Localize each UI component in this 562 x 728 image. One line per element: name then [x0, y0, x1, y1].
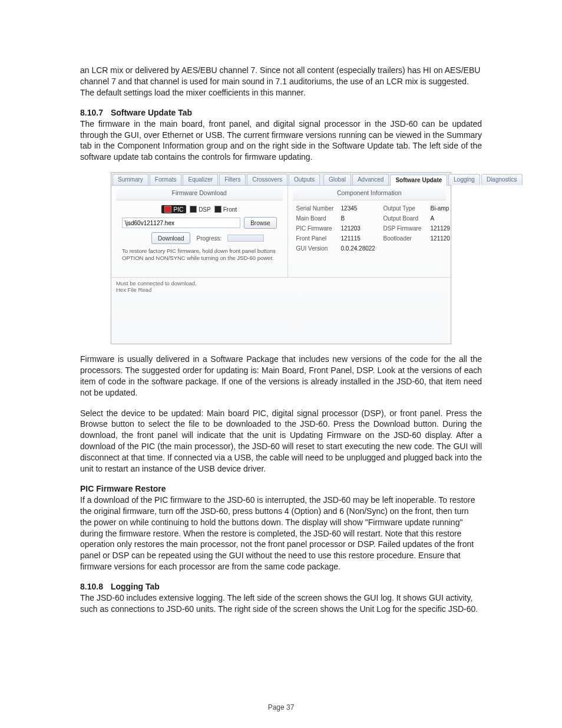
page-number: Page 37 — [0, 703, 562, 711]
value-main-board: B — [341, 215, 380, 222]
front-swatch-icon — [214, 206, 222, 213]
progress-label: Progress: — [196, 235, 222, 242]
chip-pic[interactable]: PIC — [161, 205, 186, 213]
panel-row: Firmware Download PIC DSP Front — [111, 186, 451, 277]
label-gui-version: GUI Version — [296, 245, 338, 252]
label-bootloader: Bootloader — [384, 235, 427, 242]
status-line-1: Must be connected to download. — [116, 280, 446, 286]
value-gui-version: 0.0.24.28022 — [341, 245, 380, 252]
download-row: Download Progress: — [151, 232, 277, 244]
file-path-input[interactable] — [122, 218, 240, 228]
section-title: Logging Tab — [111, 582, 160, 591]
value-output-board: A — [431, 215, 460, 222]
status-line-2: Hex File Read — [116, 286, 446, 293]
pic-swatch-icon — [164, 206, 171, 213]
paragraph-pic-restore: If a download of the PIC firmware to the… — [80, 495, 482, 572]
progress-bar — [227, 235, 264, 242]
tab-outputs[interactable]: Outputs — [289, 174, 320, 185]
tab-filters[interactable]: Filters — [219, 174, 246, 185]
section-8-10-8-paragraph: The JSD-60 includes extensive logging. T… — [80, 592, 482, 615]
component-info-title: Component Information — [293, 188, 446, 200]
tab-formats[interactable]: Formats — [150, 174, 182, 185]
component-info-panel: Component Information Serial Number 1234… — [288, 186, 451, 277]
label-front-panel: Front Panel — [296, 235, 338, 242]
tab-diagnostics[interactable]: Diagnostics — [481, 174, 523, 185]
value-bootloader: 121120 — [431, 235, 460, 242]
section-title: Software Update Tab — [111, 108, 192, 117]
browse-button[interactable]: Browse — [244, 217, 276, 229]
chip-front[interactable]: Front — [214, 205, 237, 213]
tab-software-update[interactable]: Software Update — [390, 174, 447, 186]
paragraph-firmware-delivery: Firmware is usually delivered in a Softw… — [80, 354, 482, 398]
label-main-board: Main Board — [296, 215, 338, 222]
section-number: 8.10.8 — [80, 582, 108, 591]
tab-advanced[interactable]: Advanced — [352, 174, 389, 185]
chip-front-label: Front — [223, 206, 237, 213]
label-dsp-firmware: DSP Firmware — [384, 225, 427, 232]
label-output-board: Output Board — [384, 215, 427, 222]
tab-crossovers[interactable]: Crossovers — [247, 174, 287, 185]
tab-global[interactable]: Global — [323, 174, 351, 185]
download-button[interactable]: Download — [151, 232, 190, 244]
chip-dsp-label: DSP — [199, 206, 211, 213]
document-page: an LCR mix or delivered by AES/EBU chann… — [0, 0, 562, 728]
component-info-grid: Serial Number 12345 Output Type Bi-amp M… — [296, 205, 442, 252]
value-serial-number: 12345 — [341, 205, 380, 212]
label-output-type: Output Type — [384, 205, 427, 212]
value-front-panel: 121115 — [341, 235, 380, 242]
chip-dsp[interactable]: DSP — [190, 205, 211, 213]
value-output-type: Bi-amp — [431, 205, 460, 212]
tab-equalizer[interactable]: Equalizer — [183, 174, 218, 185]
section-heading-8-10-7: 8.10.7 Software Update Tab — [80, 108, 482, 117]
intro-paragraph: an LCR mix or delivered by AES/EBU chann… — [80, 65, 482, 98]
firmware-download-panel: Firmware Download PIC DSP Front — [111, 186, 288, 277]
section-8-10-7-paragraph: The firmware in the main board, front pa… — [80, 118, 482, 163]
label-serial-number: Serial Number — [296, 205, 338, 212]
chip-pic-label: PIC — [173, 206, 183, 213]
file-bar: Browse — [122, 217, 277, 229]
restore-hint: To restore factory PIC firmware, hold do… — [122, 248, 277, 262]
gui-screenshot: Summary Formats Equalizer Filters Crosso… — [111, 172, 451, 344]
label-pic-firmware: PIC Firmware — [296, 225, 338, 232]
target-chips: PIC DSP Front — [116, 205, 283, 213]
screenshot-container: Summary Formats Equalizer Filters Crosso… — [80, 172, 482, 344]
value-dsp-firmware: 121129 — [431, 225, 460, 232]
paragraph-select-device: Select the device to be updated: Main bo… — [80, 408, 482, 475]
dsp-swatch-icon — [190, 206, 197, 213]
section-number: 8.10.7 — [80, 108, 108, 117]
tab-summary[interactable]: Summary — [113, 174, 148, 185]
value-pic-firmware: 121203 — [341, 225, 380, 232]
subheading-pic-restore: PIC Firmware Restore — [80, 484, 482, 493]
tab-logging[interactable]: Logging — [448, 174, 480, 185]
section-heading-8-10-8: 8.10.8 Logging Tab — [80, 582, 482, 591]
tab-strip: Summary Formats Equalizer Filters Crosso… — [111, 173, 451, 186]
status-area: Must be connected to download. Hex File … — [111, 277, 451, 344]
firmware-download-title: Firmware Download — [116, 188, 283, 200]
